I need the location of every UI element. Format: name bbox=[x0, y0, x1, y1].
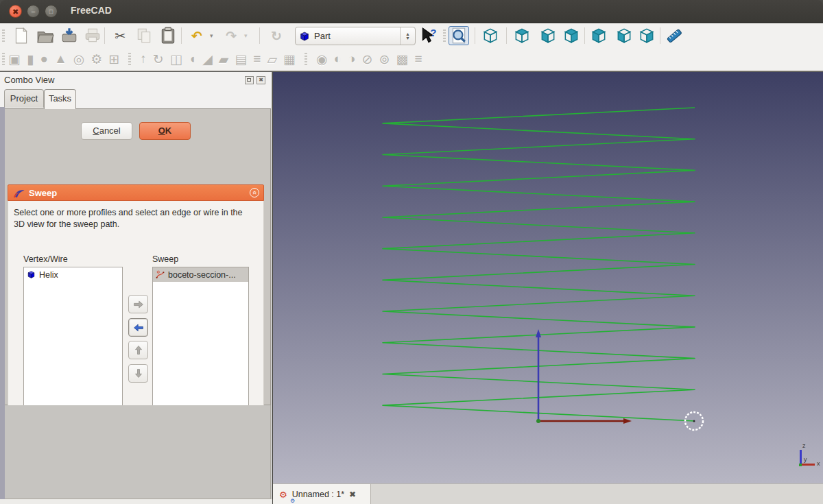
view-top-icon bbox=[539, 27, 557, 45]
nav-z-axis bbox=[800, 450, 802, 465]
refresh-icon: ↻ bbox=[271, 28, 282, 44]
thickness-icon: ▦ bbox=[283, 51, 296, 67]
chamfer-icon: ◢ bbox=[202, 51, 213, 67]
toolbar-grip[interactable] bbox=[2, 29, 5, 42]
undo-dropdown-arrow[interactable]: ▾ bbox=[210, 32, 213, 39]
check-geometry-icon: ⊚ bbox=[379, 51, 390, 67]
boolean-union-icon: ◉ bbox=[316, 51, 328, 67]
nav-y-label: y bbox=[804, 456, 807, 463]
window-minimize-button[interactable]: − bbox=[27, 5, 40, 18]
make-face-icon: ▰ bbox=[219, 51, 229, 67]
part-workbench-cube-icon bbox=[299, 31, 310, 42]
view-front-button[interactable] bbox=[512, 26, 532, 45]
new-document-button[interactable] bbox=[11, 26, 32, 45]
sweep-icon bbox=[13, 188, 25, 199]
create-primitives-icon: ⚙ bbox=[91, 51, 102, 67]
nav-x-label: x bbox=[817, 460, 820, 467]
save-button[interactable] bbox=[59, 26, 80, 45]
refresh-button: ↻ bbox=[266, 26, 287, 45]
tab-project[interactable]: Project bbox=[4, 89, 44, 108]
view-top-button[interactable] bbox=[538, 26, 558, 45]
view-right-icon bbox=[562, 27, 580, 45]
copy-icon bbox=[135, 27, 153, 45]
move-down-button bbox=[128, 364, 148, 383]
arrow-right-icon bbox=[133, 300, 144, 309]
sweep-profile-list[interactable]: boceto-seccion-... bbox=[152, 267, 249, 422]
navigation-axes-indicator: z x y bbox=[789, 442, 823, 473]
window-close-button[interactable]: ✖ bbox=[9, 5, 22, 18]
ruled-surface-icon: ▤ bbox=[235, 51, 247, 67]
cut-button[interactable]: ✂ bbox=[110, 26, 130, 45]
freecad-window: ✖ − □ FreeCAD bbox=[0, 0, 823, 504]
document-tab-close-icon[interactable]: ✖ bbox=[349, 490, 356, 499]
tab-tasks[interactable]: Tasks bbox=[44, 89, 76, 109]
panel-float-icon[interactable] bbox=[245, 76, 254, 84]
view-front-icon bbox=[513, 27, 531, 45]
list-item-helix[interactable]: Helix bbox=[24, 267, 122, 282]
print-button bbox=[82, 26, 103, 45]
cross-sections-icon: ≡ bbox=[414, 51, 422, 67]
collapse-icon[interactable]: « bbox=[250, 188, 259, 197]
sweep-list-label: Sweep bbox=[152, 254, 178, 264]
document-tab-label: Unnamed : 1* bbox=[292, 490, 344, 499]
redo-dropdown-arrow: ▾ bbox=[244, 32, 248, 39]
paste-button[interactable] bbox=[158, 26, 178, 45]
nav-z-label: z bbox=[802, 442, 806, 449]
move-up-button bbox=[128, 341, 148, 359]
window-title: FreeCAD bbox=[71, 5, 112, 16]
new-document-icon bbox=[12, 27, 30, 45]
sweep-section-header[interactable]: Sweep « bbox=[8, 184, 264, 201]
cone-icon: ▲ bbox=[54, 51, 67, 67]
helix-cube-icon bbox=[27, 270, 36, 279]
view-rear-button[interactable] bbox=[588, 26, 609, 45]
cancel-button[interactable]: Cancel bbox=[81, 122, 132, 140]
redo-button: ↷ bbox=[221, 26, 241, 45]
view-bottom-icon bbox=[638, 27, 656, 45]
workbench-selector-spinner[interactable]: ▲ ▼ bbox=[400, 27, 415, 45]
fit-all-button[interactable] bbox=[449, 26, 469, 45]
extrude-icon: ↑ bbox=[140, 51, 147, 67]
toolbar-area: ✂ ↶ ▾ ↷ ▾ bbox=[0, 23, 823, 71]
document-tabstrip: ⚙⚙ Unnamed : 1* ✖ bbox=[273, 483, 823, 504]
fit-all-icon bbox=[450, 27, 468, 45]
vertex-wire-list-label: Vertex/Wire bbox=[23, 254, 68, 264]
view-bottom-button[interactable] bbox=[636, 26, 657, 45]
freecad-document-icon: ⚙⚙ bbox=[279, 488, 287, 501]
workbench-selector[interactable]: Part ▲ ▼ bbox=[295, 27, 416, 45]
vertex-wire-list[interactable]: Helix bbox=[23, 267, 123, 422]
sketch-icon bbox=[156, 270, 165, 279]
list-item-sketch[interactable]: boceto-seccion-... bbox=[153, 267, 248, 282]
move-left-button[interactable] bbox=[128, 318, 148, 337]
panel-close-icon[interactable]: ✖ bbox=[257, 76, 265, 84]
task-panel: Cancel OK Sweep « Select one or more pro… bbox=[1, 108, 271, 405]
move-right-button bbox=[128, 295, 148, 313]
view-right-button[interactable] bbox=[561, 26, 582, 45]
undo-button[interactable]: ↶ bbox=[187, 26, 207, 45]
sphere-icon: ● bbox=[40, 51, 47, 67]
whats-this-icon: ? bbox=[420, 27, 438, 45]
paste-icon bbox=[159, 27, 177, 45]
whats-this-button[interactable]: ? bbox=[418, 26, 439, 45]
ok-button[interactable]: OK bbox=[139, 122, 191, 140]
section-icon: ⊘ bbox=[362, 51, 373, 67]
3d-viewport[interactable]: z x y bbox=[273, 72, 823, 483]
boolean-common-icon: ◑ bbox=[348, 51, 355, 67]
open-document-button[interactable] bbox=[35, 26, 56, 45]
toolbar-grip[interactable] bbox=[128, 53, 131, 65]
window-maximize-button[interactable]: □ bbox=[45, 5, 58, 18]
toolbar-grip[interactable] bbox=[305, 53, 307, 65]
combo-view-panel: Combo View ✖ Project Tasks Cancel OK Swe… bbox=[0, 72, 272, 504]
cut-icon: ✂ bbox=[115, 28, 126, 44]
boolean-cut-icon: ◐ bbox=[334, 51, 342, 67]
loft-icon: ≡ bbox=[253, 51, 261, 67]
panel-left-edge bbox=[0, 107, 5, 499]
boolean-operation-icon: ▩ bbox=[396, 51, 408, 67]
view-axonometric-button[interactable] bbox=[480, 26, 501, 45]
toolbar-grip[interactable] bbox=[2, 53, 5, 65]
nav-origin-dot bbox=[799, 464, 802, 466]
measure-distance-button[interactable] bbox=[664, 26, 684, 45]
undo-icon: ↶ bbox=[191, 28, 202, 44]
document-tab[interactable]: ⚙⚙ Unnamed : 1* ✖ bbox=[273, 484, 371, 504]
combo-view-title: Combo View bbox=[4, 75, 54, 85]
view-left-button[interactable] bbox=[614, 26, 634, 45]
